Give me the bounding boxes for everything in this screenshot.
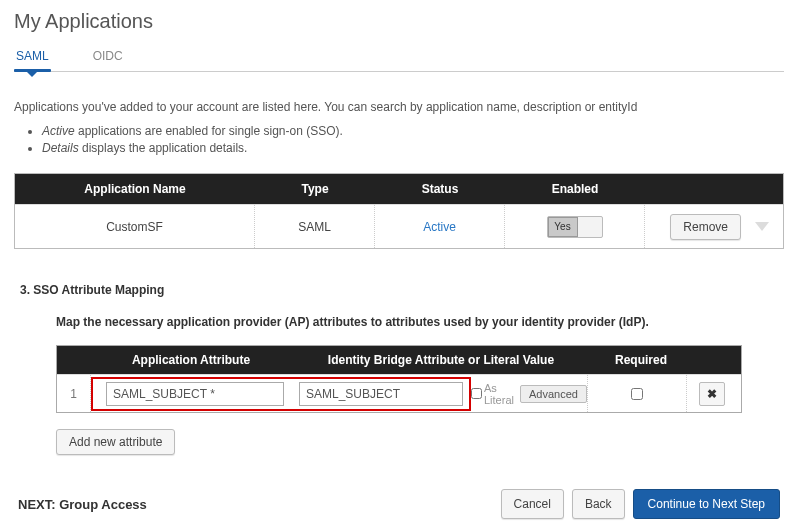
- add-new-attribute-button[interactable]: Add new attribute: [56, 429, 175, 455]
- app-status-link[interactable]: Active: [423, 220, 456, 234]
- tab-saml[interactable]: SAML: [14, 43, 51, 71]
- bullet-active-rest: applications are enabled for single sign…: [75, 124, 343, 138]
- tabs: SAML OIDC: [14, 43, 784, 72]
- section-title: 3. SSO Attribute Mapping: [20, 283, 784, 297]
- required-checkbox[interactable]: [631, 388, 643, 400]
- app-type-cell: SAML: [255, 205, 375, 248]
- application-attribute-input[interactable]: [106, 382, 284, 406]
- next-step-label: NEXT: Group Access: [18, 497, 501, 512]
- tab-oidc[interactable]: OIDC: [91, 43, 125, 71]
- th-status: Status: [375, 182, 505, 196]
- highlighted-inputs: [91, 377, 471, 411]
- bullet-details: Details displays the application details…: [42, 141, 784, 155]
- bullet-active-em: Active: [42, 124, 75, 138]
- enabled-toggle[interactable]: Yes: [547, 216, 603, 238]
- table-row: CustomSF SAML Active Yes Remove: [15, 204, 783, 248]
- mth-required: Required: [591, 353, 691, 367]
- mapping-header: Application Attribute Identity Bridge At…: [57, 346, 741, 374]
- as-literal-label: As Literal: [471, 382, 514, 406]
- remove-button[interactable]: Remove: [670, 214, 741, 240]
- close-icon: ✖: [707, 387, 717, 401]
- as-literal-checkbox[interactable]: [471, 388, 482, 399]
- applications-table: Application Name Type Status Enabled Cus…: [14, 173, 784, 249]
- as-literal-text: As Literal: [484, 382, 514, 406]
- footer: NEXT: Group Access Cancel Back Continue …: [14, 489, 784, 519]
- cancel-button[interactable]: Cancel: [501, 489, 564, 519]
- app-name-cell: CustomSF: [15, 205, 255, 248]
- intro-bullets: Active applications are enabled for sing…: [42, 124, 784, 155]
- table-header-row: Application Name Type Status Enabled: [15, 174, 783, 204]
- advanced-button[interactable]: Advanced: [520, 385, 587, 403]
- mapping-row: 1 As Literal Advanced ✖: [57, 374, 741, 412]
- bullet-details-rest: displays the application details.: [79, 141, 248, 155]
- page-title: My Applications: [14, 10, 784, 33]
- mth-application-attribute: Application Attribute: [91, 353, 291, 367]
- bullet-active: Active applications are enabled for sing…: [42, 124, 784, 138]
- th-enabled: Enabled: [505, 182, 645, 196]
- bridge-attribute-input[interactable]: [299, 382, 463, 406]
- intro-text: Applications you've added to your accoun…: [14, 100, 784, 114]
- chevron-down-icon[interactable]: [755, 222, 769, 231]
- row-index: 1: [57, 375, 91, 412]
- th-application-name: Application Name: [15, 182, 255, 196]
- mth-bridge-attribute: Identity Bridge Attribute or Literal Val…: [291, 353, 591, 367]
- mapping-intro: Map the necessary application provider (…: [56, 315, 784, 329]
- continue-button[interactable]: Continue to Next Step: [633, 489, 780, 519]
- enabled-toggle-label: Yes: [548, 217, 578, 237]
- mapping-table: Application Attribute Identity Bridge At…: [56, 345, 742, 413]
- delete-row-button[interactable]: ✖: [699, 382, 725, 406]
- th-type: Type: [255, 182, 375, 196]
- bullet-details-em: Details: [42, 141, 79, 155]
- back-button[interactable]: Back: [572, 489, 625, 519]
